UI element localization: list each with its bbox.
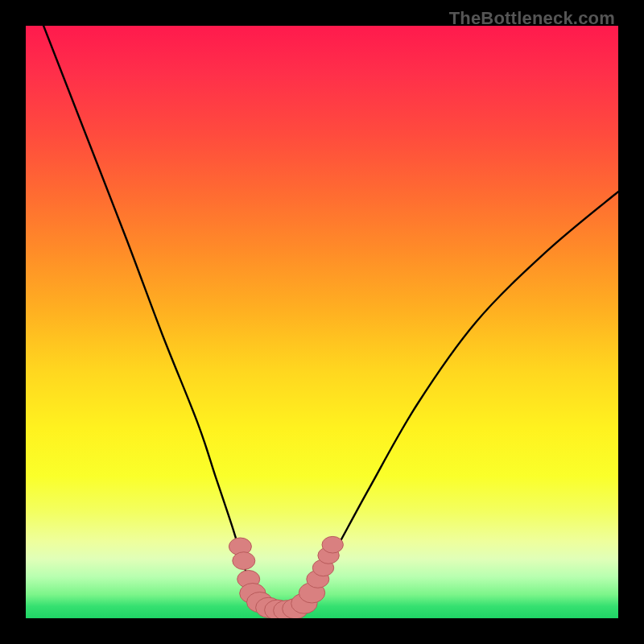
data-marker: [307, 571, 329, 588]
data-marker: [240, 584, 266, 604]
data-marker: [299, 583, 324, 603]
plot-area: [26, 26, 618, 618]
data-marker: [312, 559, 333, 576]
data-marker: [318, 547, 339, 564]
data-marker: [291, 593, 317, 613]
data-marker: [256, 597, 282, 617]
data-marker: [233, 552, 255, 570]
data-marker: [247, 592, 273, 613]
data-marker: [274, 601, 299, 618]
data-marker: [265, 600, 291, 618]
marker-group: [229, 536, 343, 618]
data-marker: [237, 571, 260, 588]
bottleneck-curve: [43, 26, 618, 612]
data-marker: [283, 599, 308, 618]
curve-layer: [26, 26, 618, 618]
data-marker: [322, 536, 343, 553]
data-marker: [229, 538, 251, 555]
chart-container: TheBottleneck.com: [0, 0, 644, 644]
